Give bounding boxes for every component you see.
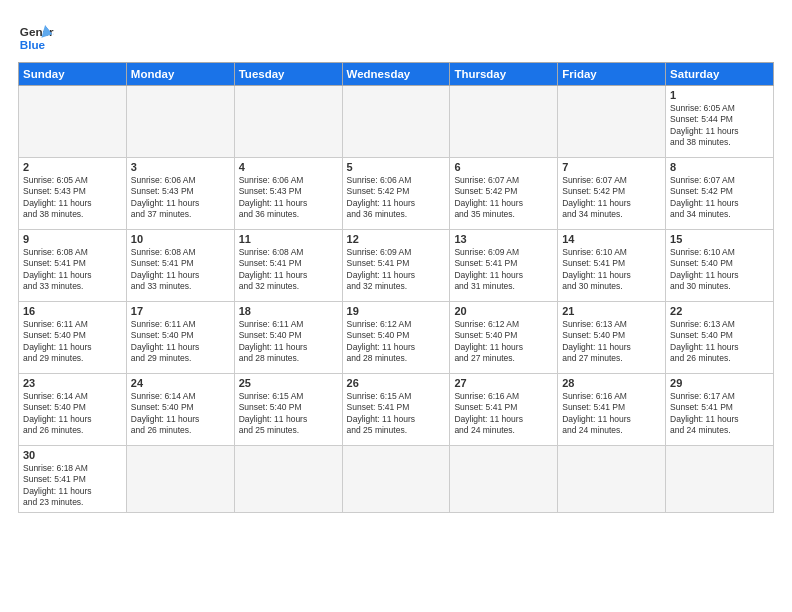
day-cell <box>450 86 558 158</box>
day-info: Sunrise: 6:07 AM Sunset: 5:42 PM Dayligh… <box>454 175 553 221</box>
day-info: Sunrise: 6:06 AM Sunset: 5:43 PM Dayligh… <box>131 175 230 221</box>
week-row-6: 30Sunrise: 6:18 AM Sunset: 5:41 PM Dayli… <box>19 446 774 513</box>
day-cell: 23Sunrise: 6:14 AM Sunset: 5:40 PM Dayli… <box>19 374 127 446</box>
header: General Blue <box>18 18 774 54</box>
day-cell: 30Sunrise: 6:18 AM Sunset: 5:41 PM Dayli… <box>19 446 127 513</box>
day-info: Sunrise: 6:18 AM Sunset: 5:41 PM Dayligh… <box>23 463 122 509</box>
calendar-table: SundayMondayTuesdayWednesdayThursdayFrid… <box>18 62 774 513</box>
day-cell: 12Sunrise: 6:09 AM Sunset: 5:41 PM Dayli… <box>342 230 450 302</box>
weekday-saturday: Saturday <box>666 63 774 86</box>
weekday-wednesday: Wednesday <box>342 63 450 86</box>
week-row-1: 1Sunrise: 6:05 AM Sunset: 5:44 PM Daylig… <box>19 86 774 158</box>
weekday-friday: Friday <box>558 63 666 86</box>
day-cell: 3Sunrise: 6:06 AM Sunset: 5:43 PM Daylig… <box>126 158 234 230</box>
day-cell: 8Sunrise: 6:07 AM Sunset: 5:42 PM Daylig… <box>666 158 774 230</box>
day-cell: 25Sunrise: 6:15 AM Sunset: 5:40 PM Dayli… <box>234 374 342 446</box>
day-info: Sunrise: 6:06 AM Sunset: 5:42 PM Dayligh… <box>347 175 446 221</box>
day-number: 4 <box>239 161 338 173</box>
day-cell: 26Sunrise: 6:15 AM Sunset: 5:41 PM Dayli… <box>342 374 450 446</box>
svg-text:Blue: Blue <box>20 38 46 51</box>
day-number: 3 <box>131 161 230 173</box>
day-number: 9 <box>23 233 122 245</box>
day-number: 21 <box>562 305 661 317</box>
day-info: Sunrise: 6:06 AM Sunset: 5:43 PM Dayligh… <box>239 175 338 221</box>
day-info: Sunrise: 6:17 AM Sunset: 5:41 PM Dayligh… <box>670 391 769 437</box>
day-number: 14 <box>562 233 661 245</box>
day-cell: 10Sunrise: 6:08 AM Sunset: 5:41 PM Dayli… <box>126 230 234 302</box>
page: General Blue SundayMondayTuesdayWednesda… <box>0 0 792 523</box>
day-cell: 24Sunrise: 6:14 AM Sunset: 5:40 PM Dayli… <box>126 374 234 446</box>
day-cell: 21Sunrise: 6:13 AM Sunset: 5:40 PM Dayli… <box>558 302 666 374</box>
day-info: Sunrise: 6:16 AM Sunset: 5:41 PM Dayligh… <box>562 391 661 437</box>
day-info: Sunrise: 6:09 AM Sunset: 5:41 PM Dayligh… <box>347 247 446 293</box>
logo-icon: General Blue <box>18 18 54 54</box>
day-info: Sunrise: 6:08 AM Sunset: 5:41 PM Dayligh… <box>239 247 338 293</box>
day-info: Sunrise: 6:13 AM Sunset: 5:40 PM Dayligh… <box>562 319 661 365</box>
day-cell <box>558 86 666 158</box>
day-cell: 6Sunrise: 6:07 AM Sunset: 5:42 PM Daylig… <box>450 158 558 230</box>
weekday-sunday: Sunday <box>19 63 127 86</box>
day-number: 6 <box>454 161 553 173</box>
day-number: 7 <box>562 161 661 173</box>
day-cell: 5Sunrise: 6:06 AM Sunset: 5:42 PM Daylig… <box>342 158 450 230</box>
day-info: Sunrise: 6:12 AM Sunset: 5:40 PM Dayligh… <box>347 319 446 365</box>
day-info: Sunrise: 6:15 AM Sunset: 5:40 PM Dayligh… <box>239 391 338 437</box>
day-number: 22 <box>670 305 769 317</box>
day-number: 5 <box>347 161 446 173</box>
day-cell <box>234 86 342 158</box>
day-cell: 13Sunrise: 6:09 AM Sunset: 5:41 PM Dayli… <box>450 230 558 302</box>
day-cell: 20Sunrise: 6:12 AM Sunset: 5:40 PM Dayli… <box>450 302 558 374</box>
day-cell: 27Sunrise: 6:16 AM Sunset: 5:41 PM Dayli… <box>450 374 558 446</box>
week-row-5: 23Sunrise: 6:14 AM Sunset: 5:40 PM Dayli… <box>19 374 774 446</box>
day-number: 13 <box>454 233 553 245</box>
day-number: 26 <box>347 377 446 389</box>
logo: General Blue <box>18 18 54 54</box>
week-row-4: 16Sunrise: 6:11 AM Sunset: 5:40 PM Dayli… <box>19 302 774 374</box>
day-info: Sunrise: 6:07 AM Sunset: 5:42 PM Dayligh… <box>562 175 661 221</box>
day-number: 29 <box>670 377 769 389</box>
day-cell: 9Sunrise: 6:08 AM Sunset: 5:41 PM Daylig… <box>19 230 127 302</box>
day-cell <box>558 446 666 513</box>
day-info: Sunrise: 6:07 AM Sunset: 5:42 PM Dayligh… <box>670 175 769 221</box>
day-number: 12 <box>347 233 446 245</box>
day-cell: 4Sunrise: 6:06 AM Sunset: 5:43 PM Daylig… <box>234 158 342 230</box>
day-info: Sunrise: 6:08 AM Sunset: 5:41 PM Dayligh… <box>23 247 122 293</box>
day-cell: 15Sunrise: 6:10 AM Sunset: 5:40 PM Dayli… <box>666 230 774 302</box>
day-number: 18 <box>239 305 338 317</box>
day-cell: 17Sunrise: 6:11 AM Sunset: 5:40 PM Dayli… <box>126 302 234 374</box>
day-number: 27 <box>454 377 553 389</box>
day-number: 8 <box>670 161 769 173</box>
day-cell <box>19 86 127 158</box>
day-cell: 18Sunrise: 6:11 AM Sunset: 5:40 PM Dayli… <box>234 302 342 374</box>
day-cell <box>342 86 450 158</box>
day-number: 16 <box>23 305 122 317</box>
day-cell: 14Sunrise: 6:10 AM Sunset: 5:41 PM Dayli… <box>558 230 666 302</box>
day-number: 30 <box>23 449 122 461</box>
day-info: Sunrise: 6:14 AM Sunset: 5:40 PM Dayligh… <box>23 391 122 437</box>
day-info: Sunrise: 6:05 AM Sunset: 5:43 PM Dayligh… <box>23 175 122 221</box>
day-info: Sunrise: 6:09 AM Sunset: 5:41 PM Dayligh… <box>454 247 553 293</box>
day-cell: 1Sunrise: 6:05 AM Sunset: 5:44 PM Daylig… <box>666 86 774 158</box>
day-info: Sunrise: 6:10 AM Sunset: 5:41 PM Dayligh… <box>562 247 661 293</box>
day-cell: 19Sunrise: 6:12 AM Sunset: 5:40 PM Dayli… <box>342 302 450 374</box>
day-number: 25 <box>239 377 338 389</box>
day-cell <box>666 446 774 513</box>
day-cell: 22Sunrise: 6:13 AM Sunset: 5:40 PM Dayli… <box>666 302 774 374</box>
day-cell <box>234 446 342 513</box>
day-info: Sunrise: 6:15 AM Sunset: 5:41 PM Dayligh… <box>347 391 446 437</box>
day-cell: 28Sunrise: 6:16 AM Sunset: 5:41 PM Dayli… <box>558 374 666 446</box>
day-cell <box>126 86 234 158</box>
day-cell <box>342 446 450 513</box>
day-info: Sunrise: 6:10 AM Sunset: 5:40 PM Dayligh… <box>670 247 769 293</box>
day-number: 15 <box>670 233 769 245</box>
day-cell <box>126 446 234 513</box>
day-info: Sunrise: 6:12 AM Sunset: 5:40 PM Dayligh… <box>454 319 553 365</box>
day-info: Sunrise: 6:05 AM Sunset: 5:44 PM Dayligh… <box>670 103 769 149</box>
day-cell: 2Sunrise: 6:05 AM Sunset: 5:43 PM Daylig… <box>19 158 127 230</box>
day-info: Sunrise: 6:11 AM Sunset: 5:40 PM Dayligh… <box>23 319 122 365</box>
week-row-3: 9Sunrise: 6:08 AM Sunset: 5:41 PM Daylig… <box>19 230 774 302</box>
day-number: 20 <box>454 305 553 317</box>
day-info: Sunrise: 6:13 AM Sunset: 5:40 PM Dayligh… <box>670 319 769 365</box>
day-info: Sunrise: 6:11 AM Sunset: 5:40 PM Dayligh… <box>239 319 338 365</box>
day-info: Sunrise: 6:14 AM Sunset: 5:40 PM Dayligh… <box>131 391 230 437</box>
